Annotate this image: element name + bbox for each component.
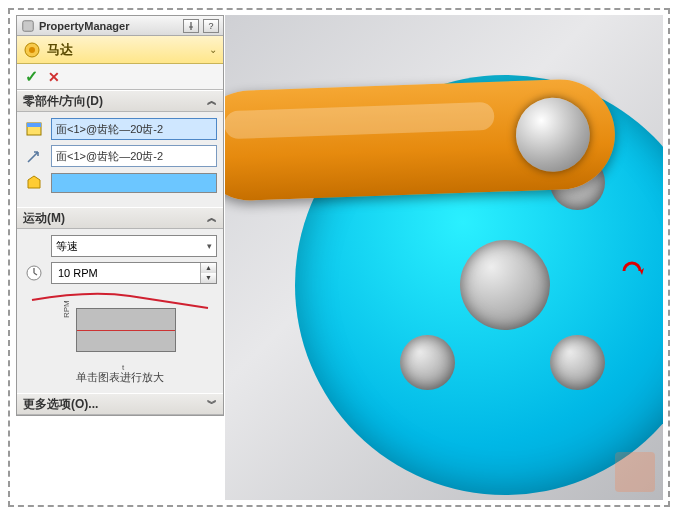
svg-rect-0 — [23, 20, 34, 31]
panel-title: PropertyManager — [39, 20, 179, 32]
graph-plot-box — [76, 308, 176, 352]
face-select-icon[interactable] — [23, 118, 45, 140]
panel-titlebar: PropertyManager ? — [17, 16, 223, 36]
expand-icon: ︾ — [207, 397, 217, 411]
lever-arm-model — [225, 78, 617, 203]
collapse-icon: ︽ — [207, 94, 217, 108]
chevron-icon: ⌄ — [209, 44, 217, 55]
section-header-motion[interactable]: 运动(M) ︽ — [17, 207, 223, 229]
gear-hole — [400, 335, 455, 390]
clock-icon — [23, 262, 45, 284]
section-header-more-options[interactable]: 更多选项(O)... ︾ — [17, 393, 223, 415]
speed-spinner[interactable]: 10 RPM ▲▼ — [51, 262, 217, 284]
graph-xlabel: t — [122, 363, 124, 372]
help-button[interactable]: ? — [203, 19, 219, 33]
section-title: 更多选项(O)... — [23, 396, 98, 413]
face-field[interactable]: 面<1>@齿轮—20齿-2 — [51, 118, 217, 140]
graph-ylabel: RPM — [62, 300, 71, 318]
confirm-bar: ✓ ✕ — [17, 64, 223, 90]
section-body-motion: 等速 ▾ 10 RPM ▲▼ RPM t 单击图表进行放大 — [17, 229, 223, 393]
viewport-3d[interactable] — [225, 15, 663, 500]
pin-button[interactable] — [183, 19, 199, 33]
spinner-arrows[interactable]: ▲▼ — [200, 263, 216, 283]
direction-field[interactable]: 面<1>@齿轮—20齿-2 — [51, 145, 217, 167]
direction-select-icon[interactable] — [23, 145, 45, 167]
ok-button[interactable]: ✓ — [25, 67, 38, 86]
section-title: 运动(M) — [23, 210, 65, 227]
watermark — [615, 452, 655, 492]
gear-hole — [550, 335, 605, 390]
section-title: 零部件/方向(D) — [23, 93, 103, 110]
color-swatch[interactable] — [51, 173, 217, 193]
speed-value: 10 RPM — [52, 267, 200, 279]
combo-value: 等速 — [56, 239, 78, 254]
property-manager-panel: PropertyManager ? 马达 ⌄ ✓ ✕ 零部件/方向(D) ︽ 面… — [16, 15, 224, 416]
section-header-component[interactable]: 零部件/方向(D) ︽ — [17, 90, 223, 112]
cancel-button[interactable]: ✕ — [48, 69, 60, 85]
color-icon[interactable] — [23, 172, 45, 194]
svg-point-2 — [29, 47, 35, 53]
pivot-pin — [515, 97, 592, 174]
rotation-marker-icon — [620, 255, 644, 283]
graph-hint: 单击图表进行放大 — [23, 370, 217, 385]
spacer — [23, 235, 45, 257]
motion-graph[interactable]: RPM t — [50, 290, 190, 368]
section-body-component: 面<1>@齿轮—20齿-2 面<1>@齿轮—20齿-2 — [17, 112, 223, 207]
chevron-down-icon: ▾ — [207, 241, 212, 251]
feature-name-bar[interactable]: 马达 ⌄ — [17, 36, 223, 64]
motion-type-combo[interactable]: 等速 ▾ — [51, 235, 217, 257]
collapse-icon: ︽ — [207, 211, 217, 225]
svg-rect-4 — [27, 123, 41, 127]
gear-center-hole — [460, 240, 550, 330]
motor-icon — [23, 41, 41, 59]
panel-icon — [21, 19, 35, 33]
feature-name: 马达 — [47, 41, 73, 59]
